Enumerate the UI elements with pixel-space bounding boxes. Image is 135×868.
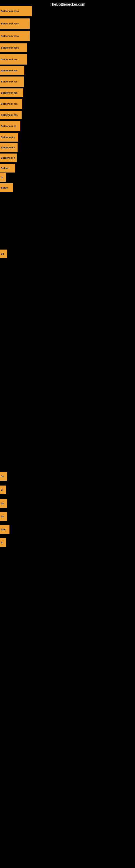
bar-item: Bottleneck res: [0, 99, 22, 109]
bar-label: Bottleneck resu: [0, 9, 20, 13]
bar-label: Bottleneck resu: [0, 46, 20, 50]
bar-item: B: [0, 538, 6, 547]
bar-label: Bo: [0, 474, 5, 478]
bar-label: Bottleneck r: [0, 135, 16, 139]
bar-item: B: [0, 486, 6, 494]
bar-item: Bottle: [0, 183, 13, 192]
bar-item: B: [0, 173, 6, 182]
bar-item: Bo: [0, 512, 7, 521]
bar-item: Bo: [0, 499, 7, 508]
bar-label: Bottlen: [0, 166, 10, 170]
bar-label: Bottleneck res: [0, 113, 18, 117]
bar-label: B: [0, 540, 3, 545]
bar-label: Bottleneck r: [0, 156, 16, 160]
bar-item: Bottleneck res: [0, 54, 27, 65]
bar-label: Bottleneck resu: [0, 34, 20, 38]
bar-label: B: [0, 176, 3, 179]
bar-item: Bottleneck r: [0, 154, 17, 162]
bar-item: Bottleneck re: [0, 121, 20, 131]
bar-item: Bottleneck resu: [0, 31, 30, 41]
bar-item: Bottleneck resu: [0, 6, 32, 16]
bar-label: B: [0, 488, 3, 492]
bar-label: Bottleneck re: [0, 124, 17, 128]
bar-item: Bottleneck resu: [0, 43, 27, 52]
bar-item: Bottleneck r: [0, 143, 17, 152]
bar-label: Bottleneck r: [0, 146, 16, 150]
bar-label: Bo: [0, 501, 5, 505]
bar-label: Bottle: [0, 186, 9, 190]
bar-label: Bottleneck resu: [0, 22, 20, 26]
bar-label: Bottleneck res: [0, 102, 18, 106]
bar-label: Bottleneck res: [0, 80, 18, 84]
bar-item: Bottleneck res: [0, 76, 24, 87]
bar-label: Bottleneck res: [0, 58, 18, 61]
bar-item: Bott: [0, 525, 9, 534]
bar-item: Bo: [0, 250, 7, 258]
bar-label: Bo: [0, 252, 5, 256]
bar-item: Bottleneck res: [0, 66, 24, 75]
bar-label: Bottleneck res: [0, 69, 18, 72]
bar-item: Bottleneck resu: [0, 19, 30, 29]
bar-item: Bottlen: [0, 164, 15, 173]
bar-label: Bo: [0, 515, 5, 518]
bar-item: Bottleneck r: [0, 133, 18, 142]
bar-item: Bo: [0, 472, 7, 480]
bar-label: Bottleneck res: [0, 91, 18, 95]
bar-label: Bott: [0, 528, 6, 531]
bar-item: Bottleneck res: [0, 88, 23, 97]
bar-item: Bottleneck res: [0, 111, 21, 119]
